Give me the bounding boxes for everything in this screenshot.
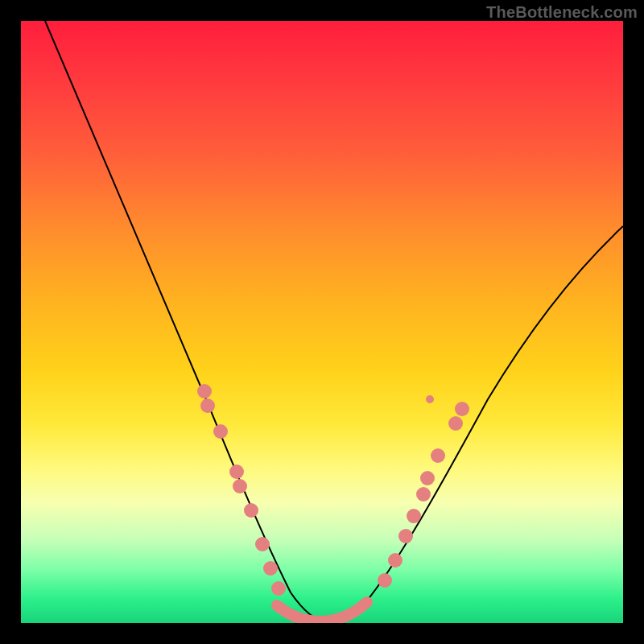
marker-dot	[200, 398, 215, 413]
marker-dot	[263, 561, 278, 576]
marker-dot	[213, 424, 228, 439]
plot-area	[21, 21, 623, 623]
marker-dot	[244, 503, 258, 518]
marker-dot	[255, 537, 270, 551]
marker-dot	[398, 529, 413, 543]
marker-dot	[416, 487, 431, 502]
marker-dot	[197, 384, 212, 398]
marker-dot	[420, 471, 435, 485]
marker-dot	[271, 581, 286, 596]
watermark-text: TheBottleneck.com	[486, 3, 638, 22]
marker-dot	[431, 448, 445, 463]
marker-dot	[233, 479, 247, 493]
marker-dot	[426, 395, 434, 403]
trough-marker-segment	[277, 602, 367, 621]
bottleneck-curve	[45, 21, 623, 621]
marker-dot	[448, 416, 463, 431]
marker-dot	[455, 402, 469, 416]
chart-stage: TheBottleneck.com	[0, 0, 644, 644]
marker-dot	[229, 464, 244, 479]
marker-dot	[378, 573, 392, 588]
marker-dot	[407, 509, 421, 523]
chart-overlay-svg	[21, 21, 623, 623]
marker-dot	[388, 553, 402, 568]
